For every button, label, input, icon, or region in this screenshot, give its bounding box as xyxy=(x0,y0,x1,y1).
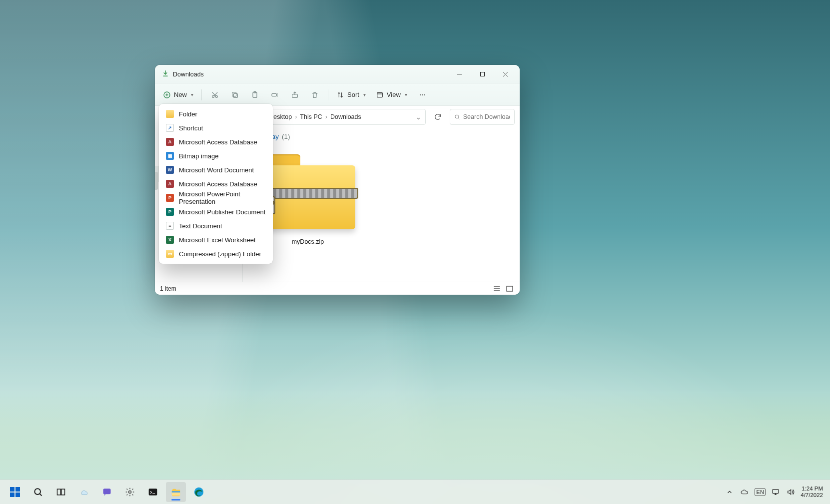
svg-rect-17 xyxy=(15,487,20,492)
svg-point-12 xyxy=(422,94,423,95)
system-tray: EN 1:24 PM 4/7/2022 xyxy=(725,486,825,499)
group-header-today[interactable]: Today (1) xyxy=(251,133,512,140)
clock-time: 1:24 PM xyxy=(801,486,823,492)
menu-item-word[interactable]: WMicrosoft Word Document xyxy=(159,163,273,177)
sort-button[interactable]: Sort ▾ xyxy=(332,87,370,103)
details-view-button[interactable] xyxy=(492,284,502,293)
svg-rect-10 xyxy=(377,92,383,97)
svg-point-20 xyxy=(34,489,40,495)
edge-button[interactable] xyxy=(189,482,209,502)
menu-item-powerpoint[interactable]: PMicrosoft PowerPoint Presentation xyxy=(159,191,273,205)
svg-rect-4 xyxy=(233,93,237,97)
breadcrumb-thispc[interactable]: This PC xyxy=(298,109,324,124)
svg-rect-5 xyxy=(232,92,236,96)
svg-rect-21 xyxy=(57,489,61,495)
status-count: 1 item xyxy=(160,285,176,292)
svg-point-13 xyxy=(424,94,425,95)
task-view-button[interactable] xyxy=(51,482,71,502)
new-button[interactable]: New ▾ xyxy=(159,87,197,103)
large-icons-view-button[interactable] xyxy=(505,284,515,293)
window-title: Downloads xyxy=(173,71,204,78)
refresh-button[interactable] xyxy=(430,109,446,125)
share-button[interactable] xyxy=(286,87,304,103)
group-count: (1) xyxy=(282,133,290,140)
menu-item-text[interactable]: ≡Text Document xyxy=(159,219,273,233)
svg-rect-25 xyxy=(149,489,157,495)
menu-item-shortcut[interactable]: ↗Shortcut xyxy=(159,121,273,135)
new-label: New xyxy=(174,91,187,98)
minimize-button[interactable] xyxy=(448,66,471,82)
zip-folder-icon xyxy=(260,149,355,234)
cut-button[interactable] xyxy=(206,87,224,103)
chat-button[interactable] xyxy=(97,482,117,502)
settings-button[interactable] xyxy=(120,482,140,502)
tray-overflow-button[interactable] xyxy=(725,487,735,497)
view-button[interactable]: View ▾ xyxy=(372,87,411,103)
menu-item-zip[interactable]: ▭Compressed (zipped) Folder xyxy=(159,247,273,261)
breadcrumb-sep: › xyxy=(294,113,298,120)
file-explorer-button[interactable] xyxy=(166,482,186,502)
file-grid: myDocs.zip xyxy=(251,145,512,249)
explorer-window: Downloads New ▾ Sort xyxy=(155,65,520,295)
menu-item-folder[interactable]: Folder xyxy=(159,107,273,121)
rename-button[interactable] xyxy=(266,87,284,103)
menu-item-bitmap[interactable]: ▦Bitmap image xyxy=(159,149,273,163)
clock-date: 4/7/2022 xyxy=(801,492,823,499)
english-ime-icon[interactable]: EN xyxy=(755,488,766,496)
onedrive-icon[interactable] xyxy=(740,487,750,497)
svg-rect-15 xyxy=(507,286,513,291)
clock[interactable]: 1:24 PM 4/7/2022 xyxy=(801,486,825,499)
maximize-button[interactable] xyxy=(471,66,494,82)
file-name: myDocs.zip xyxy=(292,238,324,245)
search-box[interactable] xyxy=(450,109,515,125)
content-area[interactable]: Today (1) myDocs.zip xyxy=(243,128,520,282)
sort-label: Sort xyxy=(347,91,359,98)
separator xyxy=(328,89,328,100)
chevron-down-icon[interactable]: ⌄ xyxy=(416,113,421,121)
search-button[interactable] xyxy=(28,482,48,502)
start-button[interactable] xyxy=(5,482,25,502)
svg-point-2 xyxy=(212,95,214,97)
svg-point-3 xyxy=(215,95,217,97)
paste-button[interactable] xyxy=(246,87,264,103)
menu-item-access[interactable]: AMicrosoft Access Database xyxy=(159,135,273,149)
svg-point-24 xyxy=(129,491,131,494)
svg-rect-22 xyxy=(61,489,65,495)
svg-rect-27 xyxy=(172,491,180,493)
breadcrumb-downloads[interactable]: Downloads xyxy=(328,109,363,124)
svg-rect-0 xyxy=(480,72,484,76)
breadcrumb-sep: › xyxy=(324,113,328,120)
sidebar-resize-handle[interactable] xyxy=(155,172,158,190)
widgets-button[interactable] xyxy=(74,482,94,502)
menu-item-publisher[interactable]: PMicrosoft Publisher Document xyxy=(159,205,273,219)
search-input[interactable] xyxy=(463,113,510,120)
svg-rect-19 xyxy=(15,493,20,497)
close-button[interactable] xyxy=(494,66,517,82)
chevron-down-icon: ▾ xyxy=(191,92,193,97)
svg-rect-29 xyxy=(773,490,779,494)
svg-point-14 xyxy=(455,115,459,118)
more-button[interactable] xyxy=(413,87,431,103)
svg-rect-8 xyxy=(272,93,276,96)
titlebar[interactable]: Downloads xyxy=(155,65,520,84)
separator xyxy=(201,89,202,100)
downloads-icon xyxy=(162,70,169,79)
taskbar[interactable]: EN 1:24 PM 4/7/2022 xyxy=(0,480,830,504)
chevron-down-icon: ▾ xyxy=(363,92,366,97)
command-bar: New ▾ Sort ▾ View ▾ xyxy=(155,84,520,106)
menu-item-access-2[interactable]: AMicrosoft Access Database xyxy=(159,177,273,191)
desktop-wallpaper: Downloads New ▾ Sort xyxy=(0,0,830,504)
chevron-down-icon: ▾ xyxy=(405,92,407,97)
terminal-button[interactable] xyxy=(143,482,163,502)
volume-icon[interactable] xyxy=(786,487,796,497)
network-icon[interactable] xyxy=(771,487,781,497)
delete-button[interactable] xyxy=(306,87,324,103)
svg-rect-16 xyxy=(10,487,14,492)
status-bar: 1 item xyxy=(155,282,520,295)
svg-point-11 xyxy=(420,94,421,95)
copy-button[interactable] xyxy=(226,87,244,103)
svg-rect-23 xyxy=(103,489,111,494)
new-menu: Folder ↗Shortcut AMicrosoft Access Datab… xyxy=(159,104,273,264)
menu-item-excel[interactable]: XMicrosoft Excel Worksheet xyxy=(159,233,273,247)
svg-rect-18 xyxy=(10,493,14,497)
